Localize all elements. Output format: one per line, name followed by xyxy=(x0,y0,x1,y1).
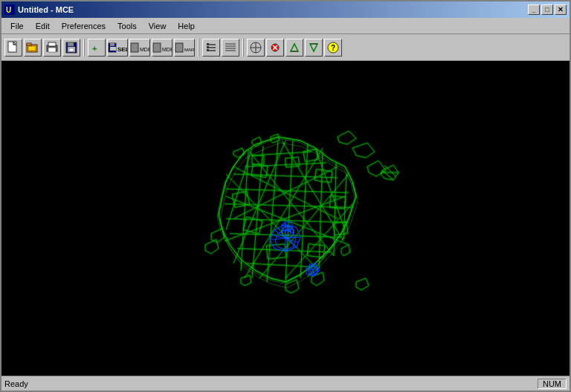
list1-button[interactable] xyxy=(202,39,220,57)
svg-marker-90 xyxy=(352,143,375,158)
svg-line-55 xyxy=(252,152,312,155)
menu-edit[interactable]: Edit xyxy=(30,20,56,32)
svg-marker-99 xyxy=(341,245,350,256)
maximize-button[interactable]: □ xyxy=(541,4,553,15)
svg-line-68 xyxy=(233,141,286,263)
mode2-button[interactable]: MDE xyxy=(152,39,172,57)
svg-rect-87 xyxy=(307,243,325,257)
svg-marker-43 xyxy=(310,44,317,51)
toolbar: + SEL MDE MDE xyxy=(1,34,570,61)
mode1-button[interactable]: MDE xyxy=(129,39,150,57)
svg-marker-98 xyxy=(233,148,245,158)
svg-rect-29 xyxy=(207,46,209,48)
svg-rect-13 xyxy=(69,48,74,51)
svg-text:+: + xyxy=(92,44,97,53)
svg-text:U: U xyxy=(6,6,11,14)
title-bar-buttons: _ □ ✕ xyxy=(528,4,567,15)
svg-text:MARC: MARC xyxy=(184,48,194,52)
main-window: U Untitled - MCE _ □ ✕ File Edit Prefere… xyxy=(0,0,571,392)
svg-marker-94 xyxy=(205,240,219,254)
svg-text:MDE: MDE xyxy=(162,47,172,52)
new-button[interactable] xyxy=(4,39,22,57)
minimize-button[interactable]: _ xyxy=(528,4,540,15)
svg-rect-16 xyxy=(110,43,114,46)
svg-rect-9 xyxy=(48,42,56,46)
add-button[interactable]: + xyxy=(88,39,106,57)
close-button[interactable]: ✕ xyxy=(555,4,567,15)
action1-button[interactable] xyxy=(247,39,265,57)
svg-rect-30 xyxy=(207,49,209,51)
menu-help[interactable]: Help xyxy=(172,20,201,32)
toolbar-sep-3 xyxy=(242,39,244,57)
map-visualization xyxy=(137,100,434,338)
window-title: Untitled - MCE xyxy=(18,5,74,14)
menu-bar: File Edit Preferences Tools View Help xyxy=(1,18,570,34)
menu-file[interactable]: File xyxy=(4,20,30,32)
svg-text:?: ? xyxy=(331,44,335,52)
svg-rect-21 xyxy=(153,43,161,52)
save-sel-button[interactable]: SEL xyxy=(107,39,128,57)
app-icon: U xyxy=(4,4,15,15)
svg-line-69 xyxy=(245,148,323,278)
svg-marker-96 xyxy=(312,272,324,286)
svg-marker-123 xyxy=(217,138,355,283)
title-bar-left: U Untitled - MCE xyxy=(4,4,74,15)
svg-rect-6 xyxy=(28,46,36,51)
svg-marker-91 xyxy=(338,131,356,144)
svg-line-70 xyxy=(259,174,349,278)
status-text: Ready xyxy=(4,379,28,388)
canvas-area[interactable] xyxy=(1,61,570,376)
svg-line-72 xyxy=(308,241,338,277)
svg-line-54 xyxy=(247,263,315,267)
save-button[interactable] xyxy=(62,39,80,57)
open-button[interactable] xyxy=(24,39,42,57)
list2-button[interactable] xyxy=(222,39,239,57)
svg-marker-41 xyxy=(291,44,298,51)
mode3-button[interactable]: MARC xyxy=(174,39,195,57)
svg-line-75 xyxy=(315,148,345,230)
num-mode-indicator: NUM xyxy=(538,379,567,389)
svg-marker-97 xyxy=(252,137,262,147)
svg-line-60 xyxy=(286,141,293,282)
svg-line-78 xyxy=(226,174,315,267)
menu-preferences[interactable]: Preferences xyxy=(56,20,112,32)
svg-rect-17 xyxy=(110,47,116,51)
svg-rect-5 xyxy=(27,43,31,45)
svg-text:SEL: SEL xyxy=(117,46,127,53)
toolbar-sep-1 xyxy=(83,39,85,57)
print-button[interactable] xyxy=(43,39,61,57)
svg-marker-106 xyxy=(356,278,369,290)
title-bar: U Untitled - MCE _ □ ✕ xyxy=(1,1,570,18)
svg-rect-23 xyxy=(175,43,183,52)
svg-marker-100 xyxy=(241,275,251,286)
svg-rect-8 xyxy=(48,48,56,52)
help-button[interactable]: ? xyxy=(324,39,342,57)
svg-line-57 xyxy=(241,152,248,271)
menu-tools[interactable]: Tools xyxy=(112,20,143,32)
svg-rect-11 xyxy=(68,42,74,46)
action3-button[interactable] xyxy=(286,39,303,57)
action2-button[interactable] xyxy=(266,39,284,57)
svg-line-103 xyxy=(382,170,393,180)
svg-rect-28 xyxy=(207,43,209,45)
menu-view[interactable]: View xyxy=(143,20,172,32)
svg-rect-19 xyxy=(131,43,138,52)
svg-text:MDE: MDE xyxy=(140,47,149,52)
status-bar: Ready NUM xyxy=(1,376,570,391)
toolbar-sep-2 xyxy=(198,39,199,57)
action4-button[interactable] xyxy=(305,39,323,57)
svg-marker-92 xyxy=(367,161,386,176)
svg-rect-82 xyxy=(232,191,249,208)
